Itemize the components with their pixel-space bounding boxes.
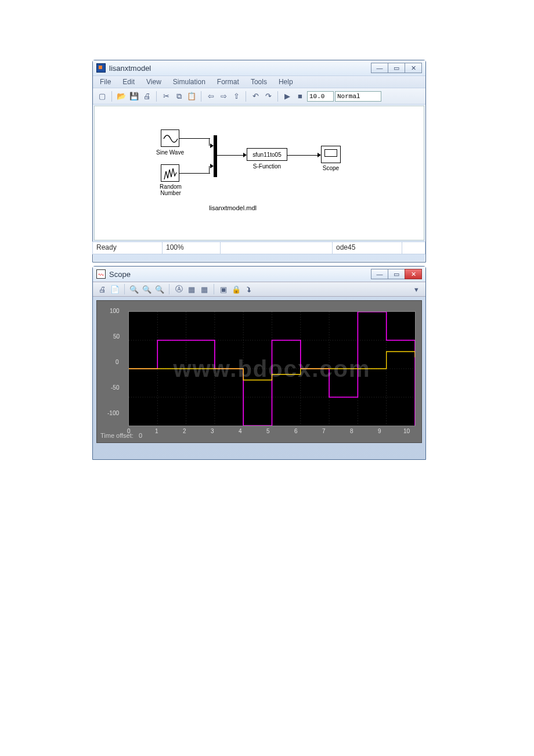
wire <box>179 173 210 174</box>
close-button[interactable]: ✕ <box>405 63 422 73</box>
random-number-label: Random Number <box>155 183 186 196</box>
print-icon[interactable]: 🖨 <box>141 91 153 102</box>
plot-area[interactable]: www.bdocx.com <box>128 311 416 426</box>
menu-format[interactable]: Format <box>212 77 244 87</box>
time-offset-value: 0 <box>139 432 142 439</box>
xtick: 6 <box>294 428 298 434</box>
zoom-icon[interactable]: 🔍 <box>128 283 140 295</box>
copy-icon[interactable]: ⧉ <box>173 91 185 102</box>
scope-window: Scope — ▭ ✕ 🖨 📄 🔍 🔍 🔍 Ⓐ ▦ ▦ ▣ <box>92 266 426 460</box>
scope-label: Scope <box>320 165 342 171</box>
xtick: 9 <box>378 428 381 434</box>
scope-close-button[interactable]: ✕ <box>405 269 422 279</box>
xtick: 8 <box>350 428 353 434</box>
menubar: File Edit View Simulation Format Tools H… <box>93 75 425 88</box>
zoom-y-icon[interactable]: 🔍 <box>154 283 165 295</box>
arrow-icon <box>243 153 247 157</box>
lock-icon[interactable]: 🔒 <box>230 283 242 295</box>
xtick: 1 <box>155 428 158 434</box>
redo-icon[interactable]: ↷ <box>262 91 274 102</box>
wire <box>209 138 210 146</box>
random-number-block[interactable] <box>161 164 179 182</box>
print-icon[interactable]: 🖨 <box>96 283 108 295</box>
xtick: 4 <box>239 428 242 434</box>
scope-body: 100 50 0 -50 -100 www.bdocx.com <box>96 300 422 443</box>
ytick: -50 <box>111 384 119 391</box>
menu-simulation[interactable]: Simulation <box>168 77 210 87</box>
xtick: 7 <box>322 428 326 434</box>
scope-block[interactable] <box>321 146 341 163</box>
float-icon[interactable]: ▣ <box>218 283 229 295</box>
maximize-button[interactable]: ▭ <box>388 63 405 73</box>
arrow-icon <box>210 143 214 148</box>
s-function-name: sfun11to05 <box>252 152 282 158</box>
undo-icon[interactable]: ↶ <box>250 91 261 102</box>
scope-window-title: Scope <box>109 270 371 279</box>
forward-icon[interactable]: ⇨ <box>218 91 229 102</box>
signal-select-icon[interactable]: ⮯ <box>243 283 255 295</box>
menu-edit[interactable]: Edit <box>118 77 139 87</box>
parameters-icon[interactable]: 📄 <box>109 283 121 295</box>
status-empty <box>220 242 333 254</box>
zoom-x-icon[interactable]: 🔍 <box>141 283 153 295</box>
s-function-block[interactable]: sfun11to05 <box>247 148 287 161</box>
s-function-type-label: S-Function <box>247 163 287 170</box>
scope-maximize-button[interactable]: ▭ <box>388 269 405 279</box>
scope-footer: Time offset: 0 <box>100 432 142 439</box>
watermark: www.bdocx.com <box>173 356 370 382</box>
stop-sim-icon[interactable]: ■ <box>294 91 306 102</box>
menu-help[interactable]: Help <box>274 77 298 87</box>
status-zoom: 100% <box>162 242 221 254</box>
start-sim-icon[interactable]: ▶ <box>282 91 293 102</box>
menu-file[interactable]: File <box>95 77 116 87</box>
simulink-icon <box>96 63 106 73</box>
time-offset-label: Time offset: <box>100 432 134 439</box>
resize-grip[interactable] <box>402 242 425 254</box>
cut-icon[interactable]: ✂ <box>160 91 172 102</box>
scope-titlebar[interactable]: Scope — ▭ ✕ <box>93 267 425 282</box>
xtick: 5 <box>266 428 270 434</box>
save-icon[interactable]: 💾 <box>128 91 140 102</box>
ytick: 100 <box>110 308 120 314</box>
random-icon <box>163 167 178 181</box>
ytick: 50 <box>113 333 120 340</box>
scope-toolbar: 🖨 📄 🔍 🔍 🔍 Ⓐ ▦ ▦ ▣ 🔒 ⮯ ▾ <box>93 282 425 297</box>
new-icon[interactable]: ▢ <box>96 91 108 102</box>
model-canvas[interactable]: Sine Wave Random Number sfun11to05 S-Fun… <box>94 106 424 240</box>
menu-tools[interactable]: Tools <box>246 77 272 87</box>
status-msg: Ready <box>92 242 163 254</box>
xtick: 3 <box>211 428 214 434</box>
status-solver: ode45 <box>332 242 402 254</box>
ytick: -100 <box>107 410 119 416</box>
mux-block[interactable] <box>214 135 217 177</box>
menu-view[interactable]: View <box>142 77 166 87</box>
ytick: 0 <box>116 359 119 365</box>
simulink-window: lisanxtmodel — ▭ ✕ File Edit View Simula… <box>92 60 426 262</box>
sine-icon <box>163 132 178 146</box>
arrow-icon <box>317 153 321 157</box>
wire <box>217 155 243 156</box>
up-icon[interactable]: ⇧ <box>230 91 242 102</box>
titlebar[interactable]: lisanxtmodel — ▭ ✕ <box>93 60 425 75</box>
toolbar: ▢ 📂 💾 🖨 ✂ ⧉ 📋 ⇦ ⇨ ⇧ ↶ ↷ ▶ ■ <box>93 88 425 105</box>
wire <box>287 155 317 156</box>
statusbar: Ready 100% ode45 <box>93 242 425 254</box>
canvas-caption: lisanxtmodel.mdl <box>198 204 268 211</box>
wire <box>209 166 210 174</box>
paste-icon[interactable]: 📋 <box>186 91 197 102</box>
arrow-icon <box>210 164 214 168</box>
open-icon[interactable]: 📂 <box>116 91 127 102</box>
scope-app-icon <box>96 269 106 279</box>
sim-mode-select[interactable] <box>335 91 381 102</box>
autoscale-icon[interactable]: Ⓐ <box>173 283 185 295</box>
restore-axes-icon[interactable]: ▦ <box>199 283 210 295</box>
sine-wave-block[interactable] <box>161 129 179 147</box>
window-title: lisanxtmodel <box>109 64 371 73</box>
scope-minimize-button[interactable]: — <box>371 269 388 279</box>
save-axes-icon[interactable]: ▦ <box>186 283 197 295</box>
back-icon[interactable]: ⇦ <box>205 91 217 102</box>
dropdown-icon[interactable]: ▾ <box>410 283 422 295</box>
minimize-button[interactable]: — <box>371 63 388 73</box>
stop-time-input[interactable] <box>307 91 334 102</box>
wire <box>179 138 210 139</box>
